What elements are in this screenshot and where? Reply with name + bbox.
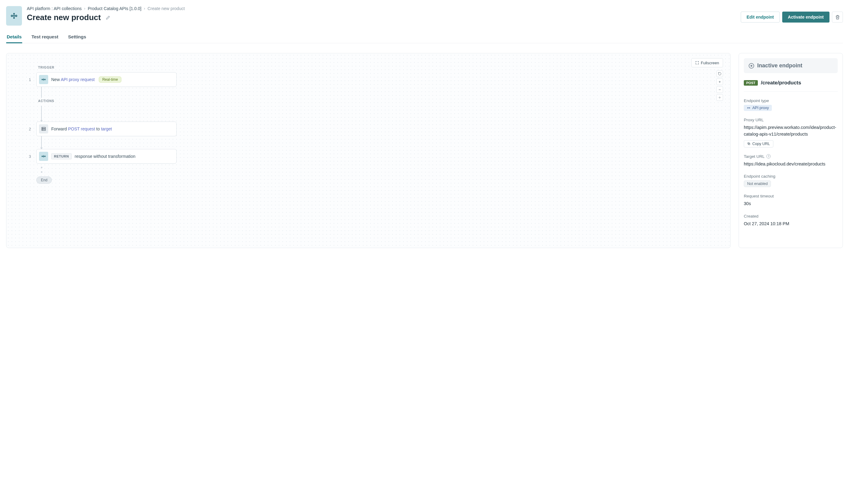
trash-icon: [835, 15, 840, 19]
step-return-card[interactable]: RETURN response without transformation: [36, 149, 177, 164]
fullscreen-button[interactable]: Fullscreen: [691, 58, 723, 67]
edit-endpoint-button[interactable]: Edit endpoint: [741, 12, 779, 22]
breadcrumb-current: Create new product: [148, 6, 185, 11]
zoom-out-button[interactable]: −: [716, 86, 723, 93]
page-title: Create new product: [27, 13, 101, 22]
plus-icon: +: [718, 79, 721, 84]
section-actions-label: ACTIONS: [38, 99, 730, 103]
svg-point-6: [720, 97, 720, 98]
method-badge: POST: [744, 80, 758, 86]
svg-point-7: [42, 79, 43, 80]
flow-canvas[interactable]: Fullscreen + − TRIGGER 1: [6, 53, 731, 248]
chevron-right-icon: ›: [84, 6, 85, 11]
tab-test-request[interactable]: Test request: [31, 31, 59, 43]
svg-rect-11: [42, 127, 46, 129]
inactive-status-icon: [749, 63, 754, 69]
status-box: Inactive endpoint: [744, 58, 838, 73]
proxy-url-value: https://apim.preview.workato.com/idea/pr…: [744, 124, 838, 138]
breadcrumb-link-1[interactable]: API platform : API collections: [27, 6, 82, 11]
created-value: Oct 27, 2024 10:18 PM: [744, 220, 838, 227]
tab-settings[interactable]: Settings: [67, 31, 87, 43]
svg-point-15: [42, 156, 43, 157]
endpoint-path: /create/products: [761, 80, 801, 86]
svg-point-1: [16, 15, 17, 17]
step-number: 2: [28, 127, 32, 131]
realtime-badge: Real-time: [99, 76, 121, 83]
copy-icon: [747, 142, 750, 145]
api-proxy-icon: [39, 152, 48, 161]
field-label-target-url: Target URL ?: [744, 154, 838, 159]
activate-endpoint-button[interactable]: Activate endpoint: [782, 12, 830, 22]
svg-point-20: [749, 108, 750, 108]
breadcrumb: API platform : API collections › Product…: [27, 6, 736, 11]
field-label-endpoint-type: Endpoint type: [744, 98, 838, 103]
field-label-created: Created: [744, 214, 838, 218]
step-trigger-card[interactable]: New API proxy request Real-time: [36, 72, 177, 87]
endpoint-type-pill: API proxy: [744, 105, 772, 111]
timeout-value: 30s: [744, 200, 838, 207]
copy-url-button[interactable]: Copy URL: [744, 140, 773, 147]
step-trigger-text: New API proxy request: [51, 77, 94, 82]
edit-title-button[interactable]: [105, 14, 111, 21]
step-number: 1: [28, 77, 32, 82]
section-trigger-label: TRIGGER: [38, 66, 730, 69]
breadcrumb-link-2[interactable]: Product Catalog APIs [1.0.0]: [88, 6, 141, 11]
svg-point-16: [45, 156, 46, 157]
api-proxy-icon: [39, 75, 48, 84]
help-icon[interactable]: ?: [766, 154, 770, 159]
fullscreen-label: Fullscreen: [701, 61, 719, 65]
step-forward-card[interactable]: Forward POST request to target: [36, 122, 177, 136]
tab-details[interactable]: Details: [6, 31, 22, 43]
field-label-proxy-url: Proxy URL: [744, 118, 838, 122]
minus-icon: −: [718, 88, 721, 92]
svg-point-4: [14, 13, 15, 14]
pencil-icon: [106, 16, 110, 20]
step-forward-text: Forward POST request to target: [51, 126, 112, 131]
zoom-in-button[interactable]: +: [716, 78, 723, 85]
reset-icon: [718, 72, 722, 76]
fit-icon: [718, 96, 722, 99]
reset-zoom-button[interactable]: [716, 70, 723, 77]
tabs: Details Test request Settings: [6, 31, 843, 43]
step-return-text: response without transformation: [75, 154, 135, 159]
endpoint-details-panel: Inactive endpoint POST /create/products …: [739, 53, 843, 248]
app-icon: [6, 6, 22, 25]
fullscreen-icon: [695, 61, 699, 65]
return-badge: RETURN: [51, 153, 72, 159]
svg-point-8: [45, 79, 46, 80]
api-proxy-type-icon: [747, 106, 750, 110]
svg-point-0: [11, 15, 13, 17]
delete-button[interactable]: [832, 12, 843, 22]
svg-point-19: [747, 108, 748, 108]
end-pill: End: [36, 176, 52, 184]
server-icon: [39, 124, 48, 133]
caching-value: Not enabled: [744, 180, 771, 187]
status-label: Inactive endpoint: [757, 62, 802, 69]
svg-point-5: [14, 18, 15, 19]
field-label-caching: Endpoint caching: [744, 174, 838, 179]
step-number: 3: [28, 154, 32, 159]
target-url-value: https://idea.pikocloud.dev/create/produc…: [744, 161, 838, 167]
svg-rect-12: [42, 129, 46, 131]
chevron-right-icon: ›: [144, 6, 145, 11]
field-label-timeout: Request timeout: [744, 194, 838, 198]
fit-button[interactable]: [716, 94, 723, 101]
